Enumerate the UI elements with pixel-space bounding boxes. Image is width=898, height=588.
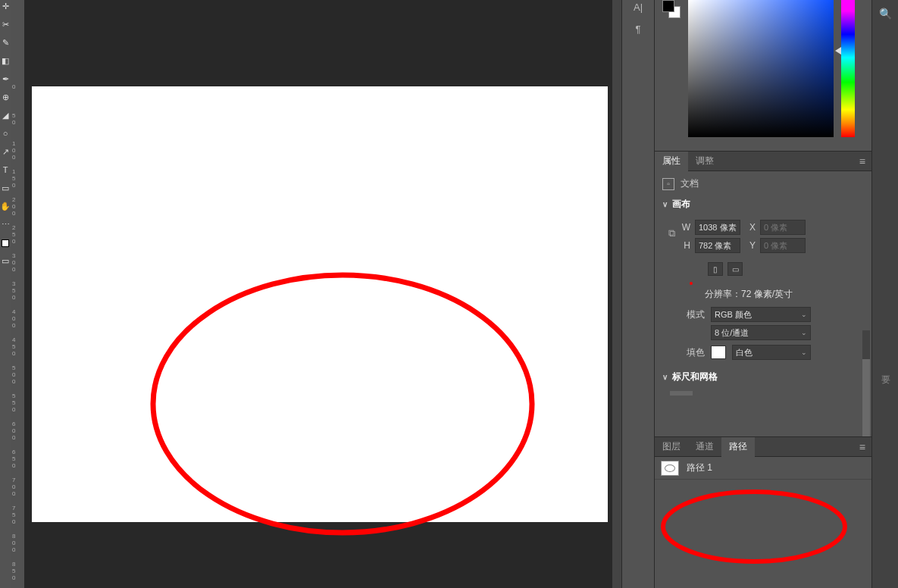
tab-properties[interactable]: 属性 bbox=[655, 152, 688, 171]
chevron-down-icon: ∨ bbox=[662, 373, 668, 381]
link-dimensions-icon[interactable]: ⧉ bbox=[668, 227, 675, 239]
path-name: 路径 1 bbox=[687, 461, 712, 474]
middle-panel-strip: A| ¶ bbox=[621, 0, 655, 588]
chevron-down-icon: ⌄ bbox=[801, 329, 807, 336]
annotation-dot bbox=[690, 282, 693, 285]
ruler-vertical: 0 50 100 150 200 250 300 350 400 450 500… bbox=[11, 0, 24, 588]
color-picker-panel bbox=[655, 0, 871, 152]
chevron-down-icon: ∨ bbox=[662, 200, 668, 208]
far-right-strip: 🔍 要 bbox=[871, 0, 898, 588]
paths-panel: 图层 通道 路径 ≡ 路径 1 bbox=[655, 436, 871, 588]
path-thumbnail bbox=[661, 461, 679, 476]
portrait-button[interactable]: ▯ bbox=[708, 262, 723, 276]
x-input[interactable] bbox=[760, 220, 806, 235]
tool-hand-icon[interactable]: ✋ bbox=[1, 202, 10, 211]
chevron-down-icon: ⌄ bbox=[801, 311, 807, 318]
fill-value: 白色 bbox=[736, 347, 753, 358]
x-label: X bbox=[745, 222, 756, 233]
chevron-down-icon: ⌄ bbox=[801, 349, 807, 356]
tool-clone-icon[interactable]: ⊕ bbox=[1, 92, 10, 102]
tool-path-icon[interactable]: ↗ bbox=[1, 147, 10, 156]
properties-tabs: 属性 调整 ≡ bbox=[655, 152, 871, 171]
ruler-section-label: 标尺和网格 bbox=[672, 371, 718, 383]
height-input[interactable] bbox=[695, 238, 740, 253]
properties-panel: 属性 调整 ≡ ▫ 文档 ∨ 画布 ⧉ W X bbox=[655, 152, 871, 402]
document-label: 文档 bbox=[681, 177, 699, 190]
tool-polygon-icon[interactable]: ✛ bbox=[1, 2, 10, 11]
width-input[interactable] bbox=[695, 220, 740, 235]
document-row: ▫ 文档 bbox=[662, 177, 864, 190]
color-swatches[interactable] bbox=[662, 0, 681, 18]
width-label: W bbox=[680, 222, 690, 233]
tool-type-icon[interactable]: T bbox=[1, 165, 10, 174]
document-icon: ▫ bbox=[662, 178, 674, 190]
landscape-button[interactable]: ▭ bbox=[727, 262, 743, 276]
resolution-text: 分辨率：72 像素/英寸 bbox=[705, 288, 864, 301]
tool-brush-icon[interactable]: ✎ bbox=[1, 38, 10, 47]
svg-point-0 bbox=[153, 275, 532, 533]
toolbar-left: ✛ ✂ ✎ ◧ ✒ ⊕ ◢ ○ ↗ T ▭ ✋ ⋯ ▭ bbox=[0, 0, 11, 588]
y-label: Y bbox=[745, 240, 756, 251]
path-item[interactable]: 路径 1 bbox=[655, 457, 871, 480]
type-panel-icon[interactable]: A| bbox=[634, 2, 643, 13]
tab-channels[interactable]: 通道 bbox=[688, 437, 721, 457]
y-input[interactable] bbox=[760, 238, 806, 253]
height-label: H bbox=[680, 240, 690, 251]
paragraph-panel-icon[interactable]: ¶ bbox=[636, 23, 641, 35]
hue-slider[interactable] bbox=[841, 0, 855, 137]
tool-pen-icon[interactable]: ✒ bbox=[1, 74, 10, 83]
panel-menu-icon[interactable]: ≡ bbox=[859, 155, 865, 167]
tool-screenmode-icon[interactable]: ▭ bbox=[1, 256, 10, 265]
orientation-row: ▯ ▭ bbox=[708, 262, 864, 276]
canvas-area[interactable] bbox=[24, 0, 612, 588]
tool-more-icon[interactable]: ⋯ bbox=[1, 220, 10, 229]
color-mode-value: RGB 颜色 bbox=[715, 309, 752, 321]
tab-layers[interactable]: 图层 bbox=[655, 437, 688, 457]
tab-paths[interactable]: 路径 bbox=[721, 437, 755, 457]
panel-menu-icon[interactable]: ≡ bbox=[859, 441, 865, 453]
hue-slider-handle[interactable] bbox=[835, 47, 841, 55]
layers-tabs: 图层 通道 路径 ≡ bbox=[655, 437, 871, 457]
tool-shape-icon[interactable]: ▭ bbox=[1, 183, 10, 192]
tool-eraser-icon[interactable]: ◧ bbox=[1, 56, 10, 65]
bit-depth-select[interactable]: 8 位/通道 ⌄ bbox=[711, 325, 811, 340]
foreground-color-swatch[interactable] bbox=[2, 239, 9, 247]
tab-adjustments[interactable]: 调整 bbox=[688, 152, 721, 171]
canvas-document[interactable] bbox=[32, 86, 608, 522]
foreground-color[interactable] bbox=[662, 0, 674, 12]
mode-label: 模式 bbox=[684, 308, 705, 321]
tool-gradient-icon[interactable]: ◢ bbox=[1, 111, 10, 120]
annotation-ellipse bbox=[659, 489, 849, 565]
tool-lasso-icon[interactable]: ✂ bbox=[1, 20, 10, 29]
canvas-section-header[interactable]: ∨ 画布 bbox=[662, 198, 864, 211]
ellipse-path[interactable] bbox=[149, 271, 536, 536]
color-field[interactable] bbox=[688, 0, 834, 137]
canvas-section-label: 画布 bbox=[672, 198, 690, 211]
properties-body: ▫ 文档 ∨ 画布 ⧉ W X H bbox=[655, 171, 871, 402]
svg-point-1 bbox=[663, 492, 845, 561]
color-mode-select[interactable]: RGB 颜色 ⌄ bbox=[711, 307, 811, 322]
right-panel-container: 属性 调整 ≡ ▫ 文档 ∨ 画布 ⧉ W X bbox=[655, 0, 871, 588]
bit-depth-value: 8 位/通道 bbox=[715, 327, 749, 339]
fill-color-swatch[interactable] bbox=[711, 346, 726, 359]
search-icon[interactable]: 🔍 bbox=[879, 8, 892, 20]
fill-label: 填色 bbox=[684, 346, 705, 359]
fill-select[interactable]: 白色 ⌄ bbox=[732, 345, 811, 360]
ruler-section-header[interactable]: ∨ 标尺和网格 bbox=[662, 371, 864, 383]
tool-blur-icon[interactable]: ○ bbox=[1, 129, 10, 138]
grip-bar bbox=[670, 391, 693, 396]
